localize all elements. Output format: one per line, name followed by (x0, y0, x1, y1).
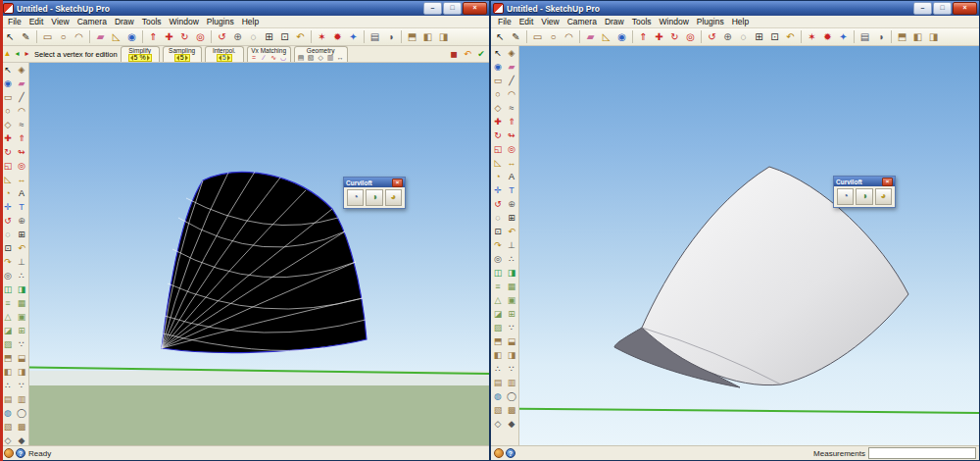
menu-window[interactable]: Window (656, 17, 693, 26)
position-camera-icon[interactable]: ⊥ (505, 238, 518, 252)
curviloft-dialog-titlebar[interactable]: Curviloft × (834, 177, 895, 186)
titlebar[interactable]: Untitled - SketchUp Pro –□× (1, 1, 489, 16)
feet2-icon[interactable]: ∵ (15, 379, 28, 392)
vx-arc-icon[interactable]: ◡ (279, 54, 288, 62)
move-icon[interactable]: ✚ (491, 115, 505, 128)
section-plane-icon[interactable]: ◫ (1, 282, 15, 296)
smoove-icon[interactable]: △ (491, 293, 505, 307)
walk-tool-icon[interactable]: ∵ (15, 337, 28, 351)
arc-icon[interactable]: ◠ (15, 104, 28, 118)
minimize-button[interactable]: – (913, 2, 932, 15)
section-fill-icon[interactable]: ◨ (505, 266, 518, 280)
skinning-button[interactable]: ◕ (385, 189, 402, 206)
increase-icon[interactable] (227, 55, 230, 61)
zoom-window-icon[interactable]: ⊞ (15, 228, 28, 241)
styles-icon[interactable]: ▤ (858, 29, 872, 44)
push-pull-icon[interactable]: ⇑ (15, 131, 28, 145)
freehand-icon[interactable]: ≈ (15, 118, 28, 131)
feet-icon[interactable]: ∴ (491, 362, 505, 376)
increase-icon[interactable] (147, 55, 150, 61)
confirm-icon[interactable]: ✔ (475, 47, 487, 61)
viewport-3d[interactable]: Curviloft × ◔◑◕ (29, 63, 489, 445)
dialog-close-button[interactable]: × (882, 178, 893, 186)
geolocation-icon[interactable] (4, 448, 14, 458)
pinwheel-tool-icon[interactable]: ✶ (315, 29, 329, 44)
menu-view[interactable]: View (537, 17, 563, 26)
tape-measure-icon[interactable]: ◺ (599, 29, 613, 44)
menu-camera[interactable]: Camera (564, 17, 601, 26)
titlebar[interactable]: Untitled - SketchUp Pro –□× (491, 1, 979, 16)
measurements-input[interactable] (868, 447, 976, 459)
feet-icon[interactable]: ∴ (1, 379, 15, 392)
geom-quads-icon[interactable]: ▤ (297, 54, 306, 62)
curviloft-dialog[interactable]: Curviloft × ◔◑◕ (343, 177, 406, 209)
geom-cols-icon[interactable]: ▥ (326, 54, 335, 62)
pinwheel-tool-icon[interactable]: ✶ (805, 29, 819, 44)
cube4-icon[interactable]: ▩ (505, 403, 518, 417)
paint-bucket-icon[interactable]: ◉ (124, 29, 139, 44)
menu-tools[interactable]: Tools (628, 17, 656, 26)
menu-camera[interactable]: Camera (74, 17, 111, 26)
zoom-window-icon[interactable]: ⊞ (505, 211, 518, 225)
loft-along-path-button[interactable]: ◑ (856, 188, 872, 205)
previous-view-icon[interactable]: ↶ (15, 241, 28, 255)
zoom-window-icon[interactable]: ⊞ (262, 29, 276, 44)
flip-edge-icon[interactable]: ▨ (1, 337, 15, 351)
menu-plugins[interactable]: Plugins (693, 17, 728, 26)
drape-icon[interactable]: ◪ (1, 324, 15, 337)
geom-diamond-icon[interactable]: ◇ (317, 54, 325, 62)
dimension-icon[interactable]: ↔ (505, 156, 518, 170)
rotate-icon[interactable]: ↻ (1, 145, 15, 159)
move-tool-icon[interactable]: ✚ (652, 29, 666, 44)
grid-box2-icon[interactable]: ▥ (505, 376, 518, 389)
follow-me-icon[interactable]: ↬ (505, 128, 518, 142)
menu-view[interactable]: View (47, 17, 73, 26)
globe-icon[interactable]: ◍ (491, 389, 505, 403)
component-box-icon[interactable]: ⬒ (895, 29, 909, 44)
3d-text-icon[interactable]: T (15, 200, 28, 214)
curviloft-cone-icon[interactable]: ▲ (3, 47, 12, 61)
menu-window[interactable]: Window (166, 17, 203, 26)
loft-by-spline-button[interactable]: ◔ (837, 188, 854, 205)
interpol-value-stepper[interactable]: 5 (217, 54, 232, 62)
geom-hatch-icon[interactable]: ▧ (307, 54, 316, 62)
tape-measure-icon[interactable]: ◺ (491, 156, 505, 170)
axes-icon[interactable]: ✛ (1, 200, 15, 214)
offset-icon[interactable]: ◎ (505, 142, 518, 156)
component-box-icon[interactable]: ⬒ (491, 334, 505, 348)
rectangle-tool-icon[interactable]: ▭ (40, 29, 55, 44)
curviloft-dialog[interactable]: Curviloft × ◔◑◕ (833, 176, 896, 208)
look-around-icon[interactable]: ◎ (1, 269, 15, 282)
vx-wave-icon[interactable]: ∿ (270, 54, 278, 62)
skinning-button[interactable]: ◕ (875, 188, 892, 205)
eraser-icon[interactable]: ▰ (15, 77, 28, 90)
smoove-icon[interactable]: △ (1, 310, 15, 324)
prev-vertex-icon[interactable]: ◂ (13, 47, 22, 61)
maximize-button[interactable]: □ (933, 2, 952, 15)
vx-diagonal-icon[interactable]: ∕ (260, 54, 269, 62)
component-box2-icon[interactable]: ◧ (910, 29, 925, 44)
orbit-tool-icon[interactable]: ↺ (215, 29, 229, 44)
make-component-icon[interactable]: ◈ (505, 46, 518, 60)
arc-icon[interactable]: ◠ (505, 87, 518, 101)
minimize-button[interactable]: – (423, 2, 442, 15)
help-icon[interactable]: ? (506, 448, 515, 458)
zoom-extents-icon[interactable]: ⊡ (491, 225, 505, 238)
stamp-icon[interactable]: ▣ (15, 310, 28, 324)
eraser-tool-icon[interactable]: ▰ (93, 29, 108, 44)
globe-icon[interactable]: ◍ (1, 406, 15, 420)
menu-edit[interactable]: Edit (515, 17, 538, 26)
push-pull-icon[interactable]: ⇑ (636, 29, 651, 44)
rotate-icon[interactable]: ↻ (491, 128, 505, 142)
simplify-value-stepper[interactable]: 5 % (128, 54, 152, 62)
protractor-icon[interactable]: ◔ (1, 186, 15, 200)
curviloft-dialog-titlebar[interactable]: Curviloft × (344, 178, 405, 187)
zoom-icon[interactable]: ◌ (491, 211, 505, 225)
previous-view-icon[interactable]: ↶ (783, 29, 798, 44)
tape-measure-icon[interactable]: ◺ (109, 29, 123, 44)
push-pull-icon[interactable]: ⇑ (505, 115, 518, 128)
look-around-icon[interactable]: ◎ (491, 252, 505, 266)
menu-help[interactable]: Help (238, 17, 263, 26)
geolocation-icon[interactable] (494, 448, 504, 458)
walk-icon[interactable]: ∴ (15, 269, 28, 282)
